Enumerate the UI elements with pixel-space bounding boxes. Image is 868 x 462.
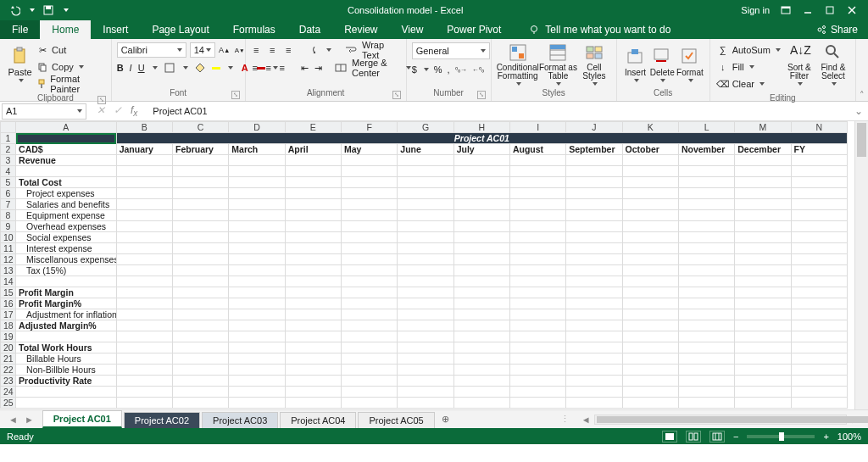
- cell[interactable]: [735, 243, 791, 254]
- cell[interactable]: [622, 342, 678, 353]
- share-button[interactable]: Share: [805, 20, 868, 39]
- cell[interactable]: [735, 309, 791, 320]
- cell[interactable]: [678, 331, 734, 342]
- cell[interactable]: Profit Margin: [16, 287, 117, 298]
- cell[interactable]: [398, 331, 453, 342]
- cell[interactable]: Productivity Rate: [16, 376, 117, 387]
- cell[interactable]: [509, 254, 565, 265]
- cell[interactable]: [509, 365, 565, 376]
- cell[interactable]: [116, 342, 172, 353]
- column-header[interactable]: L: [678, 122, 734, 133]
- zoom-level[interactable]: 100%: [837, 431, 861, 442]
- row-header[interactable]: 2: [1, 144, 16, 155]
- cell[interactable]: [285, 309, 341, 320]
- cell[interactable]: [735, 265, 791, 276]
- cell[interactable]: [172, 254, 228, 265]
- cell[interactable]: [678, 398, 734, 409]
- cell[interactable]: [509, 309, 565, 320]
- cell[interactable]: [285, 342, 341, 353]
- insert-cells-button[interactable]: Insert: [622, 41, 649, 88]
- tab-home[interactable]: Home: [40, 20, 91, 39]
- cell[interactable]: [285, 298, 341, 309]
- cell[interactable]: [398, 232, 453, 243]
- cell[interactable]: [678, 320, 734, 331]
- cell[interactable]: [735, 365, 791, 376]
- cell[interactable]: [116, 309, 172, 320]
- cell[interactable]: [341, 232, 397, 243]
- cell[interactable]: February: [172, 144, 228, 155]
- cell[interactable]: [341, 398, 397, 409]
- cell[interactable]: October: [622, 144, 678, 155]
- cell[interactable]: [791, 376, 847, 387]
- bold-button[interactable]: B: [117, 63, 124, 73]
- cell[interactable]: [116, 287, 172, 298]
- cell[interactable]: [791, 232, 847, 243]
- cell[interactable]: [453, 387, 509, 398]
- cell[interactable]: [509, 331, 565, 342]
- cell[interactable]: [678, 376, 734, 387]
- cell[interactable]: Total Work Hours: [16, 342, 117, 353]
- cell[interactable]: [341, 342, 397, 353]
- cell[interactable]: [735, 331, 791, 342]
- cell[interactable]: Salaries and benefits: [16, 199, 117, 210]
- row-header[interactable]: 15: [1, 287, 16, 298]
- increase-indent-button[interactable]: ⇥: [314, 62, 322, 74]
- cell[interactable]: [791, 210, 847, 221]
- cell[interactable]: [341, 188, 397, 199]
- orientation-button[interactable]: ⤹: [309, 44, 320, 56]
- cell[interactable]: [566, 221, 622, 232]
- save-icon[interactable]: [42, 4, 54, 16]
- tab-power-pivot[interactable]: Power Pivot: [435, 20, 513, 39]
- cell[interactable]: [172, 177, 228, 188]
- cell[interactable]: [453, 353, 509, 365]
- cell[interactable]: [678, 276, 734, 287]
- cell[interactable]: [509, 199, 565, 210]
- cell[interactable]: [622, 331, 678, 342]
- column-header[interactable]: G: [398, 122, 453, 133]
- cell[interactable]: July: [453, 144, 509, 155]
- cell[interactable]: Profit Margin%: [16, 298, 117, 309]
- cell[interactable]: [172, 309, 228, 320]
- cell[interactable]: [622, 320, 678, 331]
- enter-formula-button[interactable]: ✓: [114, 104, 122, 118]
- cell[interactable]: [622, 243, 678, 254]
- row-header[interactable]: 19: [1, 331, 16, 342]
- cell[interactable]: [341, 365, 397, 376]
- row-header[interactable]: 1: [1, 133, 16, 144]
- cell[interactable]: [285, 155, 341, 166]
- cell[interactable]: [453, 232, 509, 243]
- cell[interactable]: [172, 155, 228, 166]
- row-header[interactable]: 14: [1, 276, 16, 287]
- cell[interactable]: [735, 232, 791, 243]
- cell[interactable]: [172, 331, 228, 342]
- cell[interactable]: [453, 342, 509, 353]
- sort-filter-button[interactable]: A↓ZSort & Filter: [782, 41, 816, 88]
- cell[interactable]: [791, 254, 847, 265]
- cell[interactable]: Equipment expense: [16, 210, 117, 221]
- cell[interactable]: [172, 353, 228, 365]
- cell[interactable]: [116, 353, 172, 365]
- cell[interactable]: [735, 398, 791, 409]
- close-icon[interactable]: [846, 4, 858, 16]
- cell[interactable]: [622, 221, 678, 232]
- cell[interactable]: [678, 342, 734, 353]
- column-header[interactable]: D: [229, 122, 285, 133]
- cell[interactable]: [678, 298, 734, 309]
- cell[interactable]: [453, 221, 509, 232]
- cell[interactable]: [398, 387, 453, 398]
- cell[interactable]: [622, 177, 678, 188]
- cell[interactable]: [566, 232, 622, 243]
- cell[interactable]: [453, 398, 509, 409]
- column-header[interactable]: K: [622, 122, 678, 133]
- zoom-out-button[interactable]: −: [733, 431, 738, 442]
- cell[interactable]: [509, 353, 565, 365]
- cell[interactable]: Interest expense: [16, 243, 117, 254]
- cell[interactable]: June: [398, 144, 453, 155]
- cell[interactable]: [509, 243, 565, 254]
- cell[interactable]: [622, 265, 678, 276]
- vertical-scrollbar[interactable]: [854, 121, 868, 409]
- cell[interactable]: [622, 387, 678, 398]
- cell[interactable]: [735, 287, 791, 298]
- cell[interactable]: [735, 276, 791, 287]
- page-layout-view-button[interactable]: [686, 431, 701, 443]
